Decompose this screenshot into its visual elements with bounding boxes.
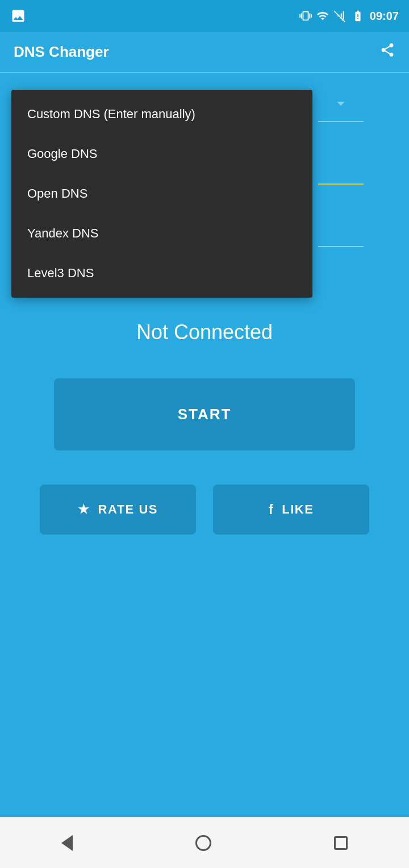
dropdown-item-level3[interactable]: Level3 DNS: [11, 253, 312, 293]
home-icon: [195, 835, 211, 851]
status-bar: 09:07: [0, 0, 409, 32]
facebook-icon: f: [269, 502, 274, 518]
back-button[interactable]: [50, 828, 84, 858]
rate-us-button[interactable]: ★ RATE US: [40, 485, 196, 535]
dns1-underline: [318, 121, 364, 122]
dropdown-item-open[interactable]: Open DNS: [11, 174, 312, 214]
home-button[interactable]: [184, 828, 223, 858]
status-bar-right: 09:07: [299, 10, 399, 23]
rate-us-label: RATE US: [98, 502, 158, 517]
wifi-icon: [316, 10, 329, 22]
like-label: LIKE: [282, 502, 314, 517]
bottom-buttons: ★ RATE US f LIKE: [40, 485, 369, 535]
dropdown-item-google[interactable]: Google DNS: [11, 134, 312, 174]
vibrate-icon: [299, 10, 312, 22]
dns3-underline: [318, 246, 364, 247]
connection-status: Not Connected: [11, 320, 398, 344]
share-button[interactable]: [379, 42, 395, 62]
status-bar-left: [10, 8, 26, 24]
signal-icon: [333, 10, 346, 22]
photo-icon: [10, 8, 26, 24]
time-display: 09:07: [370, 10, 399, 23]
dropdown-item-yandex[interactable]: Yandex DNS: [11, 214, 312, 253]
start-button[interactable]: START: [54, 378, 355, 450]
star-icon: ★: [78, 502, 90, 517]
app-title: DNS Changer: [14, 43, 109, 61]
dropdown-item-custom[interactable]: Custom DNS (Enter manually): [11, 94, 312, 134]
nav-bar: [0, 817, 409, 868]
chevron-down-icon[interactable]: [332, 94, 350, 116]
like-button[interactable]: f LIKE: [213, 485, 369, 535]
dns-dropdown-menu: Custom DNS (Enter manually) Google DNS O…: [11, 90, 312, 298]
main-content: Custom DNS (Enter manually) Google DNS O…: [0, 73, 409, 817]
back-icon: [61, 835, 73, 851]
recents-button[interactable]: [323, 829, 359, 857]
recents-icon: [334, 836, 348, 850]
dns2-underline: [318, 183, 364, 185]
battery-icon: [350, 10, 365, 22]
app-bar: DNS Changer: [0, 32, 409, 73]
